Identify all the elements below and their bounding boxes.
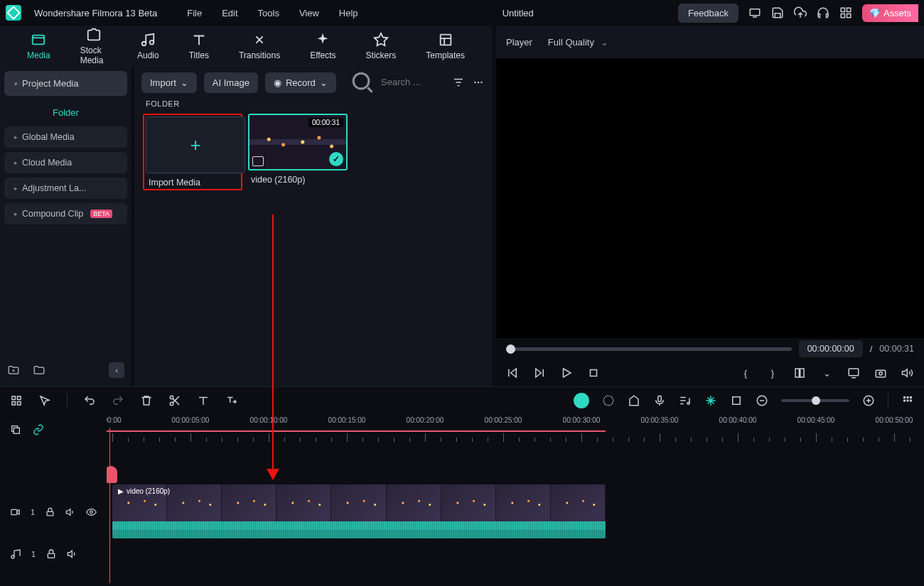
sidebar-item-compound-clip[interactable]: ▸Compound ClipBETA xyxy=(4,203,127,224)
chevron-down-icon: ⌄ xyxy=(320,77,328,88)
volume-icon[interactable] xyxy=(901,367,914,379)
prev-frame-icon[interactable] xyxy=(506,367,519,379)
stop-icon[interactable] xyxy=(587,367,600,379)
ai-image-button[interactable]: AI Image xyxy=(204,72,258,93)
chevron-right-icon: ▸ xyxy=(14,210,18,217)
zoom-slider[interactable] xyxy=(781,399,849,402)
ai-avatar-icon[interactable] xyxy=(574,393,589,408)
audio-waveform[interactable] xyxy=(112,521,606,538)
plus-icon: + xyxy=(190,134,200,156)
menu-help[interactable]: Help xyxy=(339,8,358,18)
mark-in-icon[interactable]: { xyxy=(739,367,752,379)
save-icon[interactable] xyxy=(771,6,784,19)
timeline-canvas[interactable]: 00:0000:00:05:0000:00:10:0000:00:15:0000… xyxy=(107,413,924,583)
import-button[interactable]: Import ⌄ xyxy=(141,72,197,93)
cursor-icon[interactable] xyxy=(38,394,51,407)
apps-icon[interactable] xyxy=(839,6,852,19)
audio-track-header[interactable]: 1 xyxy=(0,540,107,568)
playhead-handle[interactable] xyxy=(107,466,117,483)
quality-dropdown[interactable]: Full Quality xyxy=(545,34,611,50)
music-list-icon[interactable] xyxy=(679,394,692,407)
speed-icon[interactable] xyxy=(602,394,615,407)
svg-rect-8 xyxy=(440,35,451,45)
tab-templates[interactable]: Templates xyxy=(426,32,465,60)
video-clip-card[interactable]: 00:00:31 ✓ video (2160p) xyxy=(248,114,348,190)
sidebar-item-project-media[interactable]: ▾Project Media xyxy=(4,71,127,96)
svg-point-45 xyxy=(90,511,93,514)
tab-media[interactable]: Media xyxy=(27,32,50,60)
link-icon[interactable] xyxy=(33,424,44,435)
text-swap-icon[interactable] xyxy=(225,394,238,407)
cloud-upload-icon[interactable] xyxy=(794,6,807,19)
assets-button[interactable]: 💎 Assets xyxy=(862,4,918,22)
search-input[interactable] xyxy=(381,77,445,87)
tab-transitions[interactable]: Transitions xyxy=(239,32,280,60)
play-icon[interactable] xyxy=(560,367,573,379)
play-reverse-icon[interactable] xyxy=(533,367,546,379)
mic-icon[interactable] xyxy=(653,394,666,407)
tab-stickers[interactable]: Stickers xyxy=(366,32,397,60)
tab-audio[interactable]: Audio xyxy=(137,32,159,60)
timeline-ruler[interactable]: 00:0000:00:05:0000:00:10:0000:00:15:0000… xyxy=(107,413,924,446)
tab-stock-media[interactable]: Stock Media xyxy=(80,27,107,65)
import-media-card[interactable]: + Import Media xyxy=(143,114,242,190)
duplicate-icon[interactable] xyxy=(10,424,21,435)
video-track-header[interactable]: 1 xyxy=(0,484,107,540)
snapshot-icon[interactable] xyxy=(874,367,887,379)
marker-icon[interactable] xyxy=(628,394,640,407)
menu-edit[interactable]: Edit xyxy=(222,8,237,18)
display-icon[interactable] xyxy=(847,367,860,379)
headphones-icon[interactable] xyxy=(817,6,829,19)
menu-tools[interactable]: Tools xyxy=(258,8,279,18)
chevron-down-icon[interactable]: ⌄ xyxy=(820,367,833,379)
titlebar: Wondershare Filmora 13 Beta File Edit To… xyxy=(0,0,924,26)
video-clip-on-timeline[interactable] xyxy=(112,484,606,521)
duration-badge: 00:00:31 xyxy=(308,118,343,127)
playhead[interactable] xyxy=(109,428,110,583)
folder-icon[interactable] xyxy=(33,364,45,376)
split-icon[interactable] xyxy=(168,394,181,407)
menu-view[interactable]: View xyxy=(299,8,319,18)
effects-icon xyxy=(315,32,331,48)
search-field[interactable] xyxy=(343,69,445,95)
sidebar-item-adjustment-layer[interactable]: ▸Adjustment La... xyxy=(4,178,127,199)
mute-icon[interactable] xyxy=(67,548,78,560)
grid-icon[interactable] xyxy=(10,394,23,407)
zoom-out-icon[interactable] xyxy=(756,394,768,407)
sidebar-item-cloud-media[interactable]: ▸Cloud Media xyxy=(4,152,127,173)
record-button[interactable]: ◉ Record ⌄ xyxy=(265,72,336,93)
feedback-button[interactable]: Feedback xyxy=(678,4,738,23)
lock-icon[interactable] xyxy=(45,506,55,518)
tab-titles[interactable]: Titles xyxy=(189,32,209,60)
sidebar-item-global-media[interactable]: ▸Global Media xyxy=(4,126,127,148)
lock-icon[interactable] xyxy=(45,548,57,560)
filter-icon[interactable] xyxy=(452,76,465,89)
svg-rect-44 xyxy=(47,511,53,516)
grid-view-icon[interactable] xyxy=(901,394,914,407)
crop-icon[interactable] xyxy=(730,394,743,407)
player-scrubber[interactable] xyxy=(506,347,792,351)
enhance-icon[interactable] xyxy=(704,394,717,407)
menu-file[interactable]: File xyxy=(187,8,202,18)
player-viewport[interactable] xyxy=(496,58,924,338)
mark-out-icon[interactable]: } xyxy=(766,367,779,379)
zoom-in-icon[interactable] xyxy=(862,394,875,407)
mute-icon[interactable] xyxy=(65,506,76,518)
player-label: Player xyxy=(506,37,532,48)
more-icon[interactable] xyxy=(472,76,485,89)
new-folder-icon[interactable] xyxy=(7,364,20,376)
undo-icon[interactable] xyxy=(83,394,96,407)
sidebar-folder-link[interactable]: Folder xyxy=(4,100,127,126)
redo-icon[interactable] xyxy=(112,394,124,407)
device-icon[interactable] xyxy=(748,6,761,19)
svg-rect-33 xyxy=(733,396,741,404)
chevron-down-icon: ⌄ xyxy=(181,77,188,88)
delete-icon[interactable] xyxy=(140,394,153,407)
collapse-sidebar-button[interactable]: ‹ xyxy=(109,362,124,378)
scrubber-knob[interactable] xyxy=(506,344,515,354)
layout-icon[interactable] xyxy=(793,367,806,379)
tab-effects[interactable]: Effects xyxy=(310,32,335,60)
eye-icon[interactable] xyxy=(86,506,97,518)
time-separator: / xyxy=(870,344,873,354)
text-icon[interactable] xyxy=(197,394,210,407)
